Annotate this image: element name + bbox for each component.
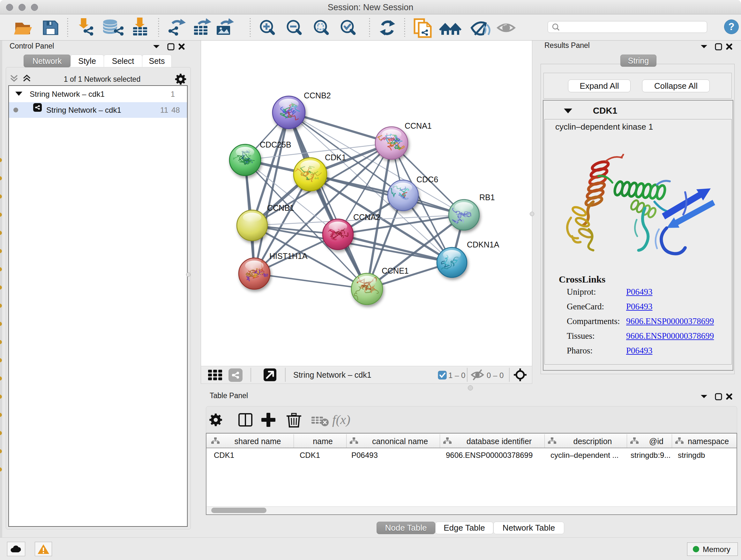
svg-text:CCNB2: CCNB2 [304, 91, 331, 100]
svg-text:CDC25B: CDC25B [260, 140, 291, 149]
svg-text:CDK1: CDK1 [325, 153, 346, 162]
svg-text:CCNB1: CCNB1 [267, 203, 294, 212]
svg-text:CDKN1A: CDKN1A [467, 240, 499, 249]
svg-text:CCNA2: CCNA2 [353, 212, 381, 222]
svg-text:HIST1H1A: HIST1H1A [269, 252, 308, 260]
svg-text:CDC6: CDC6 [416, 175, 438, 184]
svg-text:RB1: RB1 [479, 193, 495, 202]
svg-text:CCNE1: CCNE1 [382, 266, 409, 275]
svg-text:CCNA1: CCNA1 [405, 121, 432, 130]
